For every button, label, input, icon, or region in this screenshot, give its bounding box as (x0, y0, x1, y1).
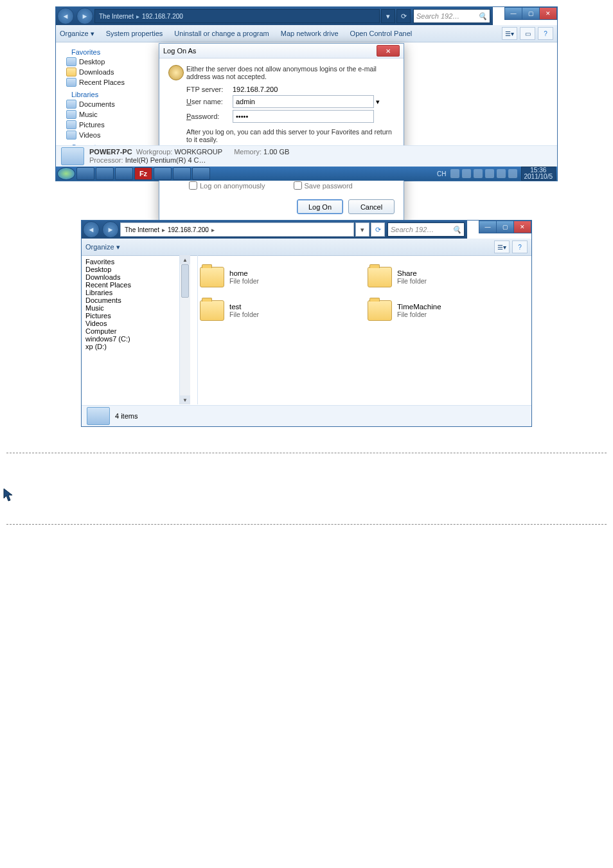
processor-value: Intel(R) Pentium(R) 4 C… (125, 156, 206, 164)
tree-libraries-header[interactable]: Libraries (85, 289, 193, 296)
tree-item-pictures[interactable]: Pictures (85, 312, 193, 320)
help-button[interactable]: ? (538, 27, 553, 40)
explorer-window-2: — ▢ ✕ ◄ ► The Internet ▸ 192.168.7.200 ▸… (81, 220, 532, 427)
organize-menu[interactable]: Organize ▾ (85, 243, 120, 251)
user-name-input[interactable] (233, 95, 374, 108)
tray-icon[interactable] (497, 169, 506, 178)
system-tray: CH 15:36 2011/10/5 (437, 167, 556, 181)
back-button[interactable]: ◄ (83, 221, 100, 238)
refresh-button[interactable]: ⟳ (371, 222, 385, 237)
folder-item-home[interactable]: homeFile folder (200, 262, 355, 293)
nav-row: ◄ ► The Internet ▸ 192.168.7.200 ▸ ▾ ⟳ S… (82, 221, 467, 239)
tray-icon[interactable] (485, 169, 494, 178)
close-button[interactable]: ✕ (514, 221, 531, 233)
dialog-close-button[interactable]: ✕ (377, 45, 400, 57)
tray-icon[interactable] (462, 169, 471, 178)
taskbar-app7[interactable] (192, 167, 210, 180)
view-mode-button[interactable]: ☰▾ (502, 27, 517, 40)
folder-item-share[interactable]: ShareFile folder (368, 262, 522, 293)
taskbar-filezilla[interactable]: Fz (134, 167, 152, 180)
folder-name: home (229, 269, 259, 277)
tree-item-music[interactable]: Music (85, 304, 193, 312)
refresh-button[interactable]: ⟳ (396, 9, 411, 23)
libraries-icon (60, 91, 69, 98)
log-on-button[interactable]: Log On (297, 199, 343, 214)
tree-item-d[interactable]: xp (D:) (85, 343, 193, 350)
taskbar-app6[interactable] (173, 167, 191, 180)
forward-button[interactable]: ► (102, 221, 119, 238)
nav-row: ◄ ► The Internet ▸ 192.168.7.200 ▾ ⟳ Sea… (56, 7, 493, 25)
toolbar-open-control-panel[interactable]: Open Control Panel (350, 30, 413, 37)
folder-icon (368, 300, 392, 321)
folder-item-test[interactable]: testFile folder (200, 295, 355, 326)
toolbar-system-properties[interactable]: System properties (106, 30, 163, 37)
tree-item-documents[interactable]: Documents (85, 296, 193, 304)
pictures-icon (66, 120, 76, 129)
tray-date: 2011/10/5 (524, 174, 553, 180)
taskbar-app5[interactable] (154, 167, 172, 180)
taskbar-explorer[interactable] (76, 167, 94, 180)
tray-icon[interactable] (450, 169, 459, 178)
address-bar[interactable]: The Internet ▸ 192.168.7.200 ▸ (120, 222, 354, 237)
folder-icon (200, 300, 224, 321)
tree-item-videos[interactable]: Videos (85, 320, 193, 327)
search-input[interactable]: Search 192… 🔍 (387, 222, 465, 237)
tray-clock[interactable]: 15:36 2011/10/5 (521, 167, 556, 181)
tray-icon[interactable] (508, 169, 517, 178)
user-name-label: User name: (186, 98, 233, 105)
tree-item-videos[interactable]: Videos (66, 131, 156, 140)
tree-libraries-header[interactable]: Libraries (60, 91, 156, 98)
address-bar[interactable]: The Internet ▸ 192.168.7.200 (94, 9, 380, 23)
minimize-button[interactable]: — (479, 221, 497, 233)
forward-button[interactable]: ► (76, 8, 93, 24)
tree-computer-header[interactable]: Computer (85, 327, 193, 335)
folder-type: File folder (229, 311, 259, 318)
view-mode-button[interactable]: ☰▾ (494, 240, 510, 253)
toolbar: Organize ▾ System properties Uninstall o… (56, 25, 557, 42)
scroll-up[interactable]: ▲ (180, 255, 190, 264)
taskbar-media[interactable] (115, 167, 133, 180)
tree-favorites-header[interactable]: Favorites (60, 48, 156, 56)
tree-item-music[interactable]: Music (66, 110, 156, 119)
tree-favorites-header[interactable]: Favorites (85, 258, 193, 266)
tree-item-c[interactable]: windows7 (C:) (85, 335, 193, 343)
scroll-thumb[interactable] (181, 264, 189, 298)
taskbar: Fz CH 15:36 2011/10/5 (56, 167, 557, 181)
folder-name: test (229, 303, 259, 311)
tree-item-documents[interactable]: Documents (66, 100, 156, 109)
password-input[interactable] (233, 110, 374, 123)
cancel-button[interactable]: Cancel (348, 199, 395, 214)
back-button[interactable]: ◄ (57, 8, 74, 24)
tree-item-desktop[interactable]: Desktop (85, 266, 193, 273)
preview-pane-button[interactable]: ▭ (520, 27, 535, 40)
tree-scrollbar[interactable]: ▲ ▼ (179, 255, 190, 404)
log-on-anonymously-checkbox[interactable]: Log on anonymously (186, 179, 265, 192)
tray-icon[interactable] (474, 169, 483, 178)
tree-item-recent-places[interactable]: Recent Places (85, 281, 193, 289)
maximize-button[interactable]: ▢ (497, 221, 514, 233)
tray-lang[interactable]: CH (437, 170, 446, 177)
tree-item-pictures[interactable]: Pictures (66, 120, 156, 129)
window-titlebar: — ▢ ✕ (479, 221, 531, 233)
taskbar-ie[interactable] (96, 167, 114, 180)
user-name-dropdown[interactable]: ▾ (376, 98, 380, 105)
scroll-down[interactable]: ▼ (180, 395, 190, 404)
toolbar-map-network-drive[interactable]: Map network drive (281, 30, 339, 37)
folder-item-timemachine[interactable]: TimeMachineFile folder (368, 295, 522, 326)
organize-menu[interactable]: Organize ▾ (60, 30, 94, 38)
address-dropdown[interactable]: ▾ (355, 222, 369, 237)
maximize-button[interactable]: ▢ (522, 7, 540, 20)
tree-item-downloads[interactable]: Downloads (85, 273, 193, 281)
tree-item-downloads[interactable]: Downloads (66, 68, 156, 77)
search-icon: 🔍 (452, 226, 461, 234)
search-input[interactable]: Search 192… 🔍 (413, 9, 490, 23)
tree-item-recent-places[interactable]: Recent Places (66, 78, 156, 87)
help-button[interactable]: ? (512, 240, 528, 253)
save-password-checkbox[interactable]: Save password (291, 179, 353, 192)
address-dropdown[interactable]: ▾ (381, 9, 395, 23)
start-button[interactable] (57, 167, 75, 180)
minimize-button[interactable]: — (504, 7, 522, 20)
close-button[interactable]: ✕ (540, 7, 557, 20)
tree-item-desktop[interactable]: Desktop (66, 57, 156, 66)
toolbar-uninstall[interactable]: Uninstall or change a program (174, 30, 269, 37)
